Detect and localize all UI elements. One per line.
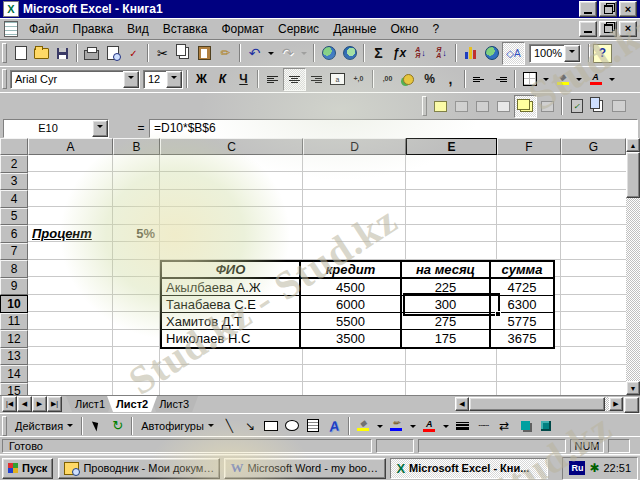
routing-recipient-button[interactable] [608, 96, 629, 117]
task-excel[interactable]: X Microsoft Excel - Кни... [390, 458, 548, 479]
table-cell[interactable]: Хамитов Д.Т [162, 313, 301, 330]
table-cell[interactable]: 5500 [301, 313, 402, 330]
start-button[interactable]: Пуск [2, 458, 53, 479]
merge-center-button[interactable]: a [327, 69, 348, 90]
new-comment-button[interactable] [430, 96, 451, 117]
redo-dropdown[interactable] [298, 43, 310, 64]
font-size-dropdown[interactable] [166, 71, 182, 88]
language-indicator[interactable]: Ru [569, 461, 585, 475]
select-all-corner[interactable] [0, 138, 28, 155]
antivirus-tray-icon[interactable]: ✱ [589, 462, 599, 474]
menu-item-window[interactable]: Окно [383, 20, 425, 38]
sheet-tab-list2[interactable]: Лист2 [107, 396, 157, 412]
undo-dropdown[interactable] [265, 43, 277, 64]
cell-b6[interactable]: 5% [112, 225, 155, 242]
text-box-button[interactable] [303, 415, 324, 436]
cell-a6[interactable]: Процент [32, 225, 112, 242]
row-header-2[interactable]: 2 [0, 155, 28, 173]
increase-indent-button[interactable] [490, 69, 511, 90]
print-button[interactable] [81, 43, 102, 64]
font-size-combo[interactable]: 12 [143, 70, 183, 89]
title-bar[interactable]: X Microsoft Excel - Книга1 × [0, 0, 640, 18]
row-header-14[interactable]: 14 [0, 365, 28, 383]
update-file-button[interactable]: ✓ [566, 96, 587, 117]
column-header-f[interactable]: F [497, 138, 561, 155]
increase-decimal-button[interactable]: +,0 [348, 69, 369, 90]
cut-button[interactable]: ✂ [152, 43, 173, 64]
vertical-scrollbar[interactable]: ▲ ▼ [626, 138, 640, 395]
row-header-13[interactable]: 13 [0, 348, 28, 366]
draw-fill-color-dropdown[interactable] [374, 415, 386, 436]
autosum-button[interactable]: Σ [368, 43, 389, 64]
redo-button[interactable]: ↷ [277, 43, 298, 64]
sheet-close-button[interactable]: × [619, 21, 637, 37]
save-button[interactable] [52, 43, 73, 64]
sort-descending-button[interactable]: ЯА ↓ [431, 43, 452, 64]
task-word[interactable]: W Microsoft Word - my book ... [224, 458, 386, 479]
paste-button[interactable] [194, 43, 215, 64]
table-cell[interactable]: 3500 [301, 330, 402, 347]
table-cell[interactable]: 175 [402, 330, 491, 347]
next-comment-button[interactable] [472, 96, 493, 117]
table-header-credit[interactable]: кредит [301, 262, 402, 279]
wordart-button[interactable]: А [324, 415, 345, 436]
table-cell[interactable]: Танабаева С.Е [162, 296, 301, 313]
menu-item-format[interactable]: Формат [214, 20, 271, 38]
menu-item-tools[interactable]: Сервис [271, 20, 326, 38]
column-header-b[interactable]: B [113, 138, 160, 155]
show-comment-button[interactable] [493, 96, 514, 117]
paste-function-button[interactable]: ƒx [389, 43, 410, 64]
currency-button[interactable] [398, 69, 419, 90]
draw-actions-button[interactable]: Действия [10, 416, 78, 435]
bold-button[interactable]: Ж [191, 69, 212, 90]
comma-style-button[interactable]: , [440, 69, 461, 90]
toolbar-grip[interactable] [2, 416, 7, 436]
dash-style-button[interactable]: ┄┄ [473, 415, 494, 436]
menu-item-help[interactable]: ? [425, 20, 446, 38]
toolbar-grip[interactable] [2, 69, 7, 89]
table-cell[interactable]: 4500 [301, 279, 402, 296]
sheet-restore-button[interactable] [599, 21, 617, 37]
name-box[interactable]: E10 [3, 119, 109, 138]
percent-style-button[interactable]: % [419, 69, 440, 90]
draw-fill-color-button[interactable]: ◆ [353, 415, 374, 436]
menu-item-edit[interactable]: Правка [66, 20, 121, 38]
fill-color-button[interactable]: ◆ [552, 69, 573, 90]
select-objects-button[interactable] [86, 415, 107, 436]
insert-hyperlink-button[interactable] [318, 43, 339, 64]
oval-tool-button[interactable] [282, 415, 303, 436]
last-sheet-button[interactable]: ▶| [47, 396, 62, 412]
row-header-8[interactable]: 8 [0, 260, 28, 278]
edit-formula-button[interactable]: = [133, 121, 149, 135]
column-header-e[interactable]: E [406, 138, 497, 155]
restore-button[interactable] [599, 1, 617, 17]
fill-color-dropdown[interactable] [573, 69, 585, 90]
menu-item-insert[interactable]: Вставка [156, 20, 215, 38]
underline-button[interactable]: Ч [233, 69, 254, 90]
hscroll-right-button[interactable]: ▶ [609, 397, 623, 411]
open-button[interactable] [31, 43, 52, 64]
line-style-button[interactable] [452, 415, 473, 436]
new-workbook-button[interactable] [10, 43, 31, 64]
send-to-mail-recipient-button[interactable] [587, 96, 608, 117]
workbook-icon[interactable] [4, 21, 18, 37]
autoshapes-button[interactable]: Автофигуры [136, 416, 219, 435]
clock[interactable]: 22:51 [603, 462, 631, 474]
row-header-7[interactable]: 7 [0, 243, 28, 261]
table-cell[interactable]: Николаев Н.С [162, 330, 301, 347]
previous-comment-button[interactable] [451, 96, 472, 117]
shadow-button[interactable] [515, 415, 536, 436]
row-header-12[interactable]: 12 [0, 330, 28, 348]
scroll-down-button[interactable]: ▼ [626, 381, 640, 395]
table-header-fio[interactable]: ФИО [162, 262, 301, 279]
table-cell[interactable]: 6000 [301, 296, 402, 313]
menu-item-data[interactable]: Данные [326, 20, 383, 38]
borders-dropdown[interactable] [540, 69, 552, 90]
align-left-button[interactable] [262, 69, 283, 90]
first-sheet-button[interactable]: |◀ [2, 396, 17, 412]
undo-button[interactable]: ↶ [244, 43, 265, 64]
column-header-g[interactable]: G [561, 138, 626, 155]
table-cell[interactable]: Акылбаева А.Ж [162, 279, 301, 296]
formula-input[interactable]: =D10*$B$6 [149, 119, 638, 138]
arrow-style-button[interactable]: ⇄ [494, 415, 515, 436]
